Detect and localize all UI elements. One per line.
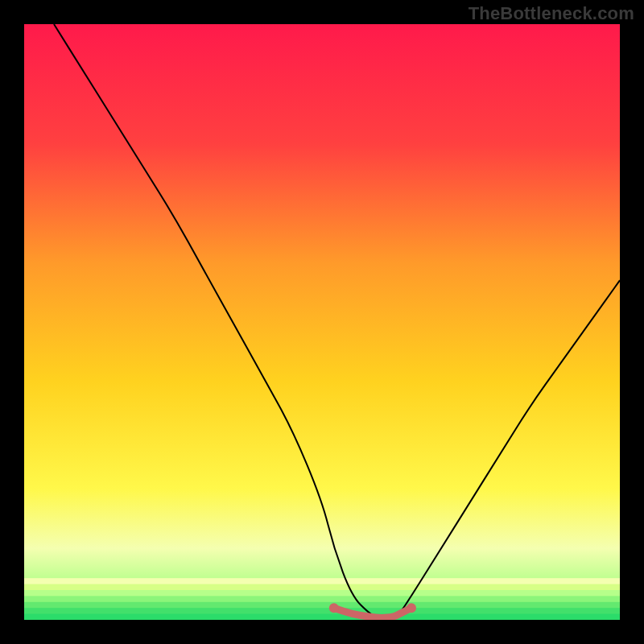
watermark-text: TheBottleneck.com [469, 3, 634, 24]
svg-rect-3 [24, 596, 620, 602]
gradient-background [24, 24, 620, 620]
svg-rect-6 [24, 614, 620, 620]
chart-svg [24, 24, 620, 620]
svg-rect-4 [24, 602, 620, 609]
chart-frame: TheBottleneck.com [0, 0, 644, 644]
svg-rect-0 [24, 578, 620, 584]
svg-rect-1 [24, 584, 620, 591]
svg-rect-5 [24, 608, 620, 614]
svg-rect-2 [24, 590, 620, 597]
plot-area [24, 24, 620, 620]
svg-point-7 [329, 603, 339, 613]
green-stripe-band [24, 578, 620, 620]
svg-point-8 [407, 603, 416, 613]
